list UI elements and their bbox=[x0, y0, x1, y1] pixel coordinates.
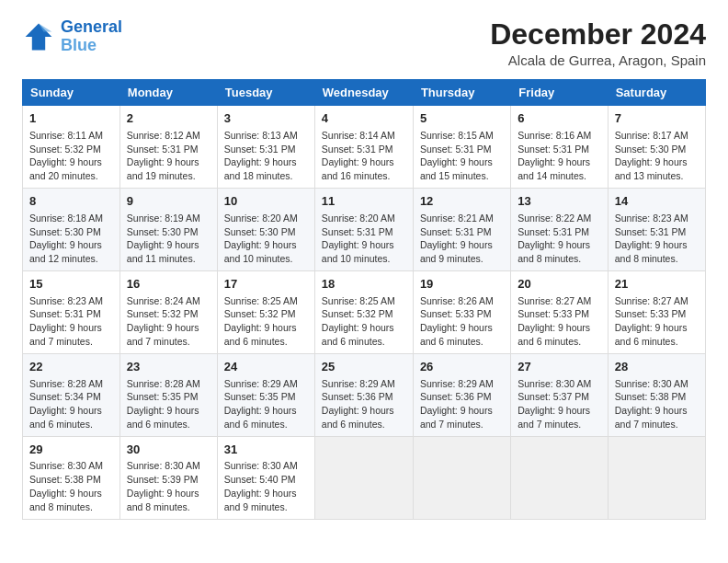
calendar-cell: 16 Sunrise: 8:24 AMSunset: 5:32 PMDaylig… bbox=[119, 271, 217, 354]
day-info: Sunrise: 8:30 AMSunset: 5:37 PMDaylight:… bbox=[518, 378, 591, 431]
calendar-table: SundayMondayTuesdayWednesdayThursdayFrid… bbox=[22, 79, 706, 520]
calendar-cell: 26 Sunrise: 8:29 AMSunset: 5:36 PMDaylig… bbox=[413, 353, 510, 436]
day-number: 6 bbox=[518, 110, 600, 127]
calendar-week-row: 22 Sunrise: 8:28 AMSunset: 5:34 PMDaylig… bbox=[23, 353, 706, 436]
day-number: 5 bbox=[420, 110, 504, 127]
location-title: Alcala de Gurrea, Aragon, Spain bbox=[490, 52, 706, 68]
day-info: Sunrise: 8:29 AMSunset: 5:36 PMDaylight:… bbox=[322, 378, 395, 431]
day-info: Sunrise: 8:17 AMSunset: 5:30 PMDaylight:… bbox=[615, 130, 688, 182]
day-number: 30 bbox=[127, 442, 210, 458]
day-number: 9 bbox=[127, 193, 210, 210]
calendar-cell: 23 Sunrise: 8:28 AMSunset: 5:35 PMDaylig… bbox=[119, 353, 217, 436]
day-info: Sunrise: 8:16 AMSunset: 5:31 PMDaylight:… bbox=[518, 130, 591, 182]
calendar-cell: 18 Sunrise: 8:25 AMSunset: 5:32 PMDaylig… bbox=[314, 271, 413, 354]
day-info: Sunrise: 8:27 AMSunset: 5:33 PMDaylight:… bbox=[615, 295, 688, 348]
day-info: Sunrise: 8:30 AMSunset: 5:39 PMDaylight:… bbox=[127, 460, 200, 512]
calendar-cell: 12 Sunrise: 8:21 AMSunset: 5:31 PMDaylig… bbox=[413, 189, 510, 271]
col-header-friday: Friday bbox=[511, 80, 608, 106]
day-info: Sunrise: 8:27 AMSunset: 5:33 PMDaylight:… bbox=[518, 295, 591, 348]
header: GeneralBlue December 2024 Alcala de Gurr… bbox=[22, 18, 706, 68]
calendar-cell: 2 Sunrise: 8:12 AMSunset: 5:31 PMDayligh… bbox=[119, 106, 217, 189]
calendar-cell: 30 Sunrise: 8:30 AMSunset: 5:39 PMDaylig… bbox=[119, 436, 217, 519]
day-info: Sunrise: 8:28 AMSunset: 5:34 PMDaylight:… bbox=[29, 378, 103, 431]
col-header-monday: Monday bbox=[119, 80, 217, 106]
month-title: December 2024 bbox=[490, 18, 706, 51]
calendar-cell: 31 Sunrise: 8:30 AMSunset: 5:40 PMDaylig… bbox=[217, 436, 314, 519]
day-info: Sunrise: 8:30 AMSunset: 5:38 PMDaylight:… bbox=[29, 460, 103, 512]
day-number: 19 bbox=[420, 276, 504, 293]
day-number: 27 bbox=[518, 359, 600, 375]
day-info: Sunrise: 8:12 AMSunset: 5:31 PMDaylight:… bbox=[127, 130, 200, 182]
day-info: Sunrise: 8:24 AMSunset: 5:32 PMDaylight:… bbox=[127, 295, 200, 348]
day-number: 25 bbox=[322, 359, 406, 375]
day-number: 1 bbox=[29, 110, 113, 127]
day-number: 15 bbox=[29, 276, 113, 293]
day-number: 28 bbox=[615, 359, 699, 375]
day-number: 24 bbox=[224, 359, 308, 375]
day-info: Sunrise: 8:20 AMSunset: 5:31 PMDaylight:… bbox=[322, 213, 395, 265]
day-number: 29 bbox=[29, 442, 113, 458]
calendar-cell: 11 Sunrise: 8:20 AMSunset: 5:31 PMDaylig… bbox=[314, 189, 413, 271]
calendar-week-row: 1 Sunrise: 8:11 AMSunset: 5:32 PMDayligh… bbox=[23, 106, 706, 189]
col-header-thursday: Thursday bbox=[413, 80, 510, 106]
calendar-cell: 27 Sunrise: 8:30 AMSunset: 5:37 PMDaylig… bbox=[511, 353, 608, 436]
day-number: 4 bbox=[322, 110, 406, 127]
calendar-cell: 28 Sunrise: 8:30 AMSunset: 5:38 PMDaylig… bbox=[608, 353, 705, 436]
day-info: Sunrise: 8:23 AMSunset: 5:31 PMDaylight:… bbox=[615, 213, 688, 265]
day-info: Sunrise: 8:25 AMSunset: 5:32 PMDaylight:… bbox=[224, 295, 298, 348]
calendar-cell: 21 Sunrise: 8:27 AMSunset: 5:33 PMDaylig… bbox=[608, 271, 705, 354]
logo-text: GeneralBlue bbox=[61, 18, 122, 55]
day-number: 8 bbox=[29, 193, 113, 210]
day-info: Sunrise: 8:25 AMSunset: 5:32 PMDaylight:… bbox=[322, 295, 395, 348]
calendar-cell: 9 Sunrise: 8:19 AMSunset: 5:30 PMDayligh… bbox=[119, 189, 217, 271]
day-info: Sunrise: 8:11 AMSunset: 5:32 PMDaylight:… bbox=[29, 130, 103, 182]
calendar-cell bbox=[314, 436, 413, 519]
calendar-cell: 4 Sunrise: 8:14 AMSunset: 5:31 PMDayligh… bbox=[314, 106, 413, 189]
svg-marker-0 bbox=[26, 23, 52, 50]
calendar-cell: 24 Sunrise: 8:29 AMSunset: 5:35 PMDaylig… bbox=[217, 353, 314, 436]
day-number: 21 bbox=[615, 276, 699, 293]
day-info: Sunrise: 8:26 AMSunset: 5:33 PMDaylight:… bbox=[420, 295, 494, 348]
day-number: 10 bbox=[224, 193, 308, 210]
calendar-cell bbox=[511, 436, 608, 519]
calendar-cell: 29 Sunrise: 8:30 AMSunset: 5:38 PMDaylig… bbox=[23, 436, 120, 519]
calendar-cell: 19 Sunrise: 8:26 AMSunset: 5:33 PMDaylig… bbox=[413, 271, 510, 354]
day-number: 13 bbox=[518, 193, 600, 210]
day-number: 22 bbox=[29, 359, 113, 375]
calendar-cell: 13 Sunrise: 8:22 AMSunset: 5:31 PMDaylig… bbox=[511, 189, 608, 271]
day-number: 2 bbox=[127, 110, 210, 127]
calendar-cell: 6 Sunrise: 8:16 AMSunset: 5:31 PMDayligh… bbox=[511, 106, 608, 189]
day-number: 3 bbox=[224, 110, 308, 127]
calendar-week-row: 8 Sunrise: 8:18 AMSunset: 5:30 PMDayligh… bbox=[23, 189, 706, 271]
day-info: Sunrise: 8:22 AMSunset: 5:31 PMDaylight:… bbox=[518, 213, 591, 265]
col-header-saturday: Saturday bbox=[608, 80, 705, 106]
day-info: Sunrise: 8:28 AMSunset: 5:35 PMDaylight:… bbox=[127, 378, 200, 431]
calendar-cell: 15 Sunrise: 8:23 AMSunset: 5:31 PMDaylig… bbox=[23, 271, 120, 354]
day-info: Sunrise: 8:23 AMSunset: 5:31 PMDaylight:… bbox=[29, 295, 103, 348]
day-info: Sunrise: 8:21 AMSunset: 5:31 PMDaylight:… bbox=[420, 213, 494, 265]
calendar-cell: 7 Sunrise: 8:17 AMSunset: 5:30 PMDayligh… bbox=[608, 106, 705, 189]
day-info: Sunrise: 8:30 AMSunset: 5:38 PMDaylight:… bbox=[615, 378, 688, 431]
logo: GeneralBlue bbox=[22, 18, 122, 55]
col-header-wednesday: Wednesday bbox=[314, 80, 413, 106]
day-number: 12 bbox=[420, 193, 504, 210]
day-number: 16 bbox=[127, 276, 210, 293]
calendar-cell: 1 Sunrise: 8:11 AMSunset: 5:32 PMDayligh… bbox=[23, 106, 120, 189]
calendar-cell: 17 Sunrise: 8:25 AMSunset: 5:32 PMDaylig… bbox=[217, 271, 314, 354]
day-number: 26 bbox=[420, 359, 504, 375]
day-info: Sunrise: 8:14 AMSunset: 5:31 PMDaylight:… bbox=[322, 130, 395, 182]
calendar-cell bbox=[608, 436, 705, 519]
calendar-header-row: SundayMondayTuesdayWednesdayThursdayFrid… bbox=[23, 80, 706, 106]
calendar-cell: 14 Sunrise: 8:23 AMSunset: 5:31 PMDaylig… bbox=[608, 189, 705, 271]
day-number: 17 bbox=[224, 276, 308, 293]
day-info: Sunrise: 8:29 AMSunset: 5:36 PMDaylight:… bbox=[420, 378, 494, 431]
calendar-cell: 8 Sunrise: 8:18 AMSunset: 5:30 PMDayligh… bbox=[23, 189, 120, 271]
day-number: 11 bbox=[322, 193, 406, 210]
col-header-sunday: Sunday bbox=[23, 80, 120, 106]
day-info: Sunrise: 8:15 AMSunset: 5:31 PMDaylight:… bbox=[420, 130, 494, 182]
day-info: Sunrise: 8:20 AMSunset: 5:30 PMDaylight:… bbox=[224, 213, 298, 265]
calendar-cell: 22 Sunrise: 8:28 AMSunset: 5:34 PMDaylig… bbox=[23, 353, 120, 436]
day-info: Sunrise: 8:13 AMSunset: 5:31 PMDaylight:… bbox=[224, 130, 298, 182]
day-number: 18 bbox=[322, 276, 406, 293]
calendar-cell: 10 Sunrise: 8:20 AMSunset: 5:30 PMDaylig… bbox=[217, 189, 314, 271]
